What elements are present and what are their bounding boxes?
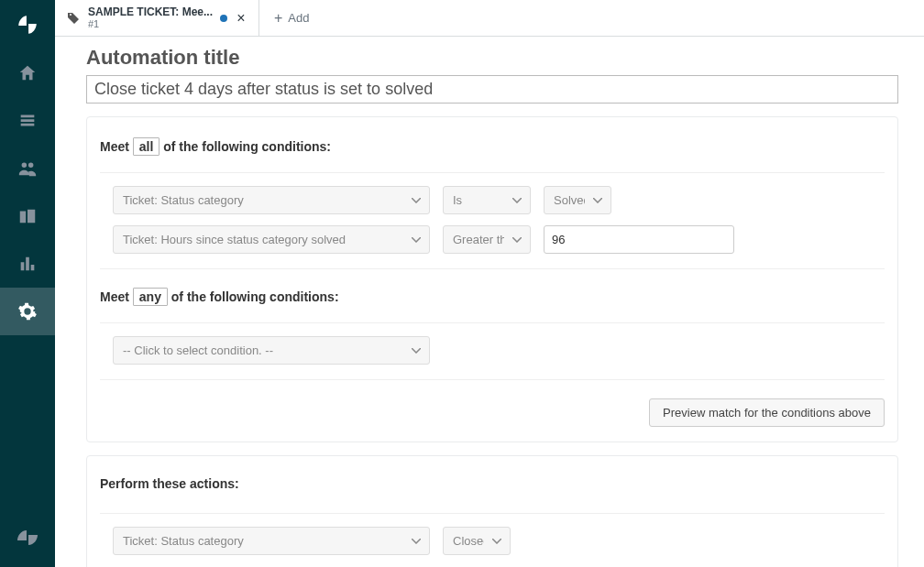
condition-field-select[interactable]: Ticket: Status category	[113, 186, 430, 214]
brand-logo-icon	[16, 13, 39, 37]
unsaved-dot-icon	[220, 15, 227, 22]
nav-customers[interactable]	[0, 145, 55, 192]
conditions-any-rows: -- Click to select condition. --	[100, 322, 885, 380]
preview-match-button[interactable]: Preview match for the conditions above	[649, 398, 885, 427]
tab-bar: SAMPLE TICKET: Mee... #1 × + Add	[55, 0, 924, 37]
condition-value-select[interactable]: Solved	[544, 186, 611, 214]
main-area: SAMPLE TICKET: Mee... #1 × + Add Automat…	[55, 0, 924, 567]
actions-heading: Perform these actions:	[100, 476, 885, 491]
action-field-select[interactable]: Ticket: Status category	[113, 527, 430, 555]
plus-icon: +	[274, 10, 282, 27]
condition-operator-select[interactable]: Greater than	[443, 225, 531, 254]
condition-row: -- Click to select condition. --	[113, 336, 885, 365]
nav-home[interactable]	[0, 49, 55, 97]
condition-value-input[interactable]	[544, 225, 734, 254]
action-row: Ticket: Status category Closed	[113, 527, 885, 555]
all-token: all	[133, 137, 160, 156]
add-tab-label: Add	[288, 11, 309, 25]
ticket-icon	[66, 11, 81, 26]
nav-admin[interactable]	[0, 288, 55, 335]
condition-field-select[interactable]: Ticket: Hours since status category solv…	[113, 225, 430, 254]
condition-row: Ticket: Hours since status category solv…	[113, 225, 885, 254]
conditions-all-rows: Ticket: Status category Is Solved Ticket…	[100, 172, 885, 269]
nav-views[interactable]	[0, 97, 55, 145]
nav-rail	[0, 0, 55, 567]
actions-rows: Ticket: Status category Closed	[100, 513, 885, 567]
tab-title: SAMPLE TICKET: Mee...	[88, 5, 213, 18]
action-value-select[interactable]: Closed	[443, 527, 511, 555]
page-heading: Automation title	[86, 46, 898, 70]
tab-subtitle: #1	[88, 18, 213, 30]
nav-reporting[interactable]	[0, 240, 55, 288]
conditions-any-heading: Meet any of the following conditions:	[100, 288, 885, 306]
condition-row: Ticket: Status category Is Solved	[113, 186, 885, 214]
tab-ticket[interactable]: SAMPLE TICKET: Mee... #1 ×	[55, 0, 259, 36]
add-tab-button[interactable]: + Add	[259, 0, 324, 36]
conditions-card: Meet all of the following conditions: Ti…	[86, 116, 898, 442]
condition-operator-select[interactable]: Is	[443, 186, 531, 214]
any-token: any	[133, 288, 168, 306]
content-area: Automation title Meet all of the followi…	[55, 37, 924, 567]
close-tab-button[interactable]: ×	[235, 12, 248, 25]
automation-title-input[interactable]	[86, 75, 898, 104]
actions-card: Perform these actions: Ticket: Status ca…	[86, 455, 898, 567]
nav-organizations[interactable]	[0, 192, 55, 240]
condition-field-select[interactable]: -- Click to select condition. --	[113, 336, 430, 365]
nav-zendesk-products[interactable]	[0, 514, 55, 562]
conditions-all-heading: Meet all of the following conditions:	[100, 137, 885, 156]
